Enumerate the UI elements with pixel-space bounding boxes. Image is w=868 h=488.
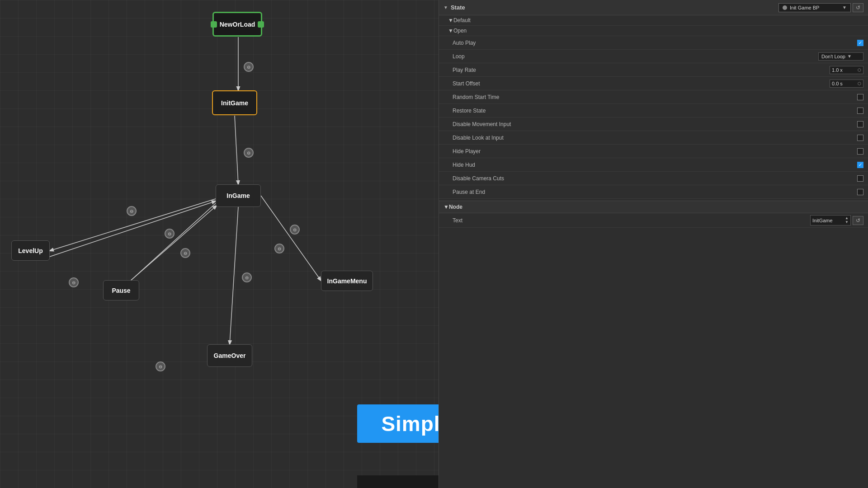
prop-disable-camera-cuts: Disable Camera Cuts [439,172,868,185]
pause-at-end-label: Pause at End [453,189,857,195]
prop-restore-state: Restore State [439,104,868,117]
node-section-header[interactable]: ▼ Node [439,201,868,213]
random-start-time-label: Random Start Time [453,94,857,100]
hide-player-checkbox[interactable] [857,148,863,155]
transition-icon-7: ⊖ [274,244,284,253]
node-gameover[interactable]: GameOver [207,344,252,367]
loop-control: Don't Loop ▼ [818,52,863,61]
pause-at-end-control [857,189,863,195]
transition-icon-6: ⊖ [290,225,300,235]
open-section-title: Open [453,28,467,34]
start-offset-control: 0.0 s ⬡ [830,80,863,88]
state-dot-icon [783,5,787,10]
state-title: State [451,4,465,11]
prop-disable-movement-input: Disable Movement Input [439,117,868,131]
disable-look-at-input-checkbox[interactable] [857,135,863,141]
node-neworload[interactable]: NewOrLoad [212,12,262,37]
hide-hud-control: ✓ [857,162,863,168]
prop-random-start-time: Random Start Time [439,90,868,104]
restore-state-label: Restore State [453,108,857,114]
canvas-area[interactable]: NewOrLoad InitGame InGame LevelUp Pause … [0,0,439,488]
transition-icon-8: ⊖ [242,272,252,282]
prop-play-rate: Play Rate 1.0 x ⬡ [439,63,868,77]
hide-player-control [857,148,863,155]
disable-camera-cuts-control [857,175,863,182]
text-label: Text [453,217,810,224]
text-input-value: InitGame [812,218,833,223]
state-section-toggle[interactable]: ▼ State [443,4,465,11]
transition-icon-1: ⊖ [244,62,254,72]
prop-hide-hud: Hide Hud ✓ [439,158,868,172]
prop-hide-player: Hide Player [439,145,868,158]
default-section-header[interactable]: ▼ Default [439,15,868,26]
open-section-header[interactable]: ▼ Open [439,26,868,36]
loop-label: Loop [453,53,818,60]
text-control: InitGame ▲ ▼ ↺ [810,215,863,225]
prop-loop: Loop Don't Loop ▼ [439,50,868,63]
auto-play-control: ✓ [857,40,863,46]
banner-text: Simple & Clear Interface [381,412,439,436]
default-section-title: Default [453,17,471,23]
prop-pause-at-end: Pause at End [439,185,868,199]
transition-icon-5: ⊖ [180,248,190,258]
node-ingame[interactable]: InGame [216,184,261,207]
disable-movement-input-control [857,121,863,127]
random-start-time-control [857,94,863,100]
default-arrow-icon: ▼ [448,17,453,23]
restore-state-control [857,108,863,114]
start-offset-value: 0.0 s [832,81,843,86]
play-rate-input[interactable]: 1.0 x ⬡ [830,66,863,74]
hide-hud-checkbox[interactable]: ✓ [857,162,863,168]
transition-icon-9: ⊖ [69,277,79,287]
prop-text: Text InitGame ▲ ▼ ↺ [439,213,868,228]
text-input-spin-icon: ▲ ▼ [845,216,849,224]
disable-look-at-input-control [857,135,863,141]
disable-look-at-input-label: Disable Look at Input [453,135,857,141]
disable-camera-cuts-checkbox[interactable] [857,175,863,182]
svg-line-4 [131,206,217,280]
loop-dropdown[interactable]: Don't Loop ▼ [818,52,863,61]
loop-dropdown-value: Don't Loop [821,54,845,59]
play-rate-spin-icon[interactable]: ⬡ [858,68,861,72]
play-rate-value: 1.0 x [832,67,843,73]
text-input[interactable]: InitGame ▲ ▼ [810,215,851,225]
text-reset-button[interactable]: ↺ [853,216,863,225]
restore-state-checkbox[interactable] [857,108,863,114]
play-rate-label: Play Rate [453,67,830,73]
transition-icon-2: ⊖ [244,148,254,158]
prop-start-offset: Start Offset 0.0 s ⬡ [439,77,868,90]
state-dropdown-arrow-icon: ▼ [842,5,847,10]
pause-at-end-checkbox[interactable] [857,189,863,195]
node-initgame[interactable]: InitGame [212,90,257,115]
prop-auto-play: Auto Play ✓ [439,36,868,50]
auto-play-label: Auto Play [453,40,857,46]
transition-icon-3: ⊖ [127,206,137,216]
node-pause[interactable]: Pause [103,280,139,300]
start-offset-label: Start Offset [453,80,830,87]
random-start-time-checkbox[interactable] [857,94,863,100]
start-offset-input[interactable]: 0.0 s ⬡ [830,80,863,88]
loop-dropdown-arrow-icon: ▼ [847,54,852,59]
start-offset-spin-icon[interactable]: ⬡ [858,81,861,86]
disable-movement-input-checkbox[interactable] [857,121,863,127]
status-bar: unrecognized tab [357,475,439,488]
state-dropdown-wrap: Init Game BP ▼ ↺ [778,3,863,12]
hide-player-label: Hide Player [453,148,857,155]
node-section-title: Node [449,204,462,210]
play-rate-control: 1.0 x ⬡ [830,66,863,74]
state-dropdown[interactable]: Init Game BP ▼ [778,3,851,12]
props-panel: ▼ State Init Game BP ▼ ↺ ▼ Default ▼ Ope… [439,0,868,488]
svg-line-7 [230,207,238,344]
state-arrow-icon: ▼ [443,5,448,10]
disable-movement-input-label: Disable Movement Input [453,121,857,127]
svg-line-3 [121,203,216,289]
transition-icon-10: ⊖ [156,361,165,371]
svg-line-2 [261,196,321,281]
auto-play-checkbox[interactable]: ✓ [857,40,863,46]
transition-icon-4: ⊖ [165,229,175,239]
state-dropdown-value: Init Game BP [790,5,819,10]
state-reset-button[interactable]: ↺ [853,3,863,12]
node-arrow-icon: ▼ [443,204,449,210]
node-ingamemenu[interactable]: InGameMenu [321,271,373,291]
node-levelup[interactable]: LevelUp [11,240,50,261]
